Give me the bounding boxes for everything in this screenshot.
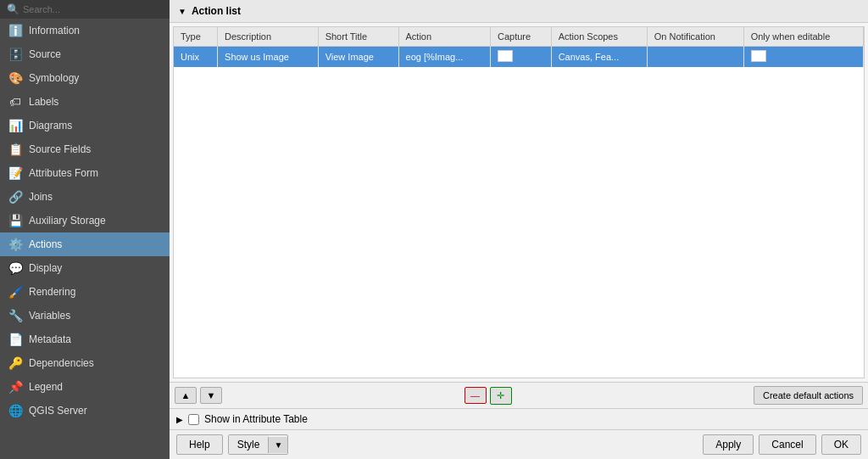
sidebar-item-information[interactable]: ℹ️ Information (0, 19, 170, 42)
col-header-description: Description (218, 27, 319, 47)
labels-icon: 🏷 (8, 95, 22, 109)
sidebar-label-auxiliary-storage: Auxiliary Storage (29, 215, 106, 227)
sidebar-label-legend: Legend (29, 381, 63, 393)
col-header-short-title: Short Title (318, 27, 398, 47)
sidebar-item-variables[interactable]: 🔧 Variables (0, 304, 170, 327)
display-icon: 💬 (8, 261, 22, 275)
legend-icon: 📌 (8, 380, 22, 394)
cell-capture[interactable] (490, 47, 551, 68)
action-list-title: Action list (192, 5, 241, 17)
qgis-server-icon: 🌐 (8, 404, 22, 417)
sidebar-label-source: Source (29, 48, 61, 60)
sidebar-label-labels: Labels (29, 96, 58, 108)
cell-action: eog [%Imag... (398, 47, 490, 68)
sidebar-item-labels[interactable]: 🏷 Labels (0, 90, 170, 114)
add-action-button[interactable]: ✛ (490, 387, 512, 405)
action-table: TypeDescriptionShort TitleActionCaptureA… (174, 27, 864, 67)
actions-icon: ⚙️ (8, 238, 22, 251)
cell-on-notification (647, 47, 743, 68)
sidebar-item-display[interactable]: 💬 Display (0, 256, 170, 280)
style-dropdown[interactable]: Style ▼ (228, 434, 289, 455)
rendering-icon: 🖌️ (8, 285, 22, 299)
search-input[interactable] (23, 4, 163, 14)
action-list-header: ▼ Action list (170, 0, 868, 23)
sidebar-item-diagrams[interactable]: 📊 Diagrams (0, 114, 170, 137)
sidebar-label-attributes-form: Attributes Form (29, 167, 98, 179)
sidebar: 🔍 ℹ️ Information 🗄️ Source 🎨 Symbology 🏷… (0, 0, 170, 459)
sidebar-label-variables: Variables (29, 310, 70, 322)
style-dropdown-arrow-icon[interactable]: ▼ (268, 437, 287, 453)
sidebar-label-diagrams: Diagrams (29, 120, 72, 132)
sidebar-item-auxiliary-storage[interactable]: 💾 Auxiliary Storage (0, 209, 170, 232)
sidebar-label-rendering: Rendering (29, 286, 75, 298)
ok-button[interactable]: OK (821, 434, 861, 455)
cell-action-scopes: Canvas, Fea... (551, 47, 647, 68)
sidebar-label-display: Display (29, 262, 62, 274)
sidebar-item-symbology[interactable]: 🎨 Symbology (0, 66, 170, 90)
variables-icon: 🔧 (8, 309, 22, 322)
col-header-action: Action (398, 27, 490, 47)
metadata-icon: 📄 (8, 333, 22, 346)
collapse-arrow-icon[interactable]: ▼ (178, 7, 186, 16)
sidebar-item-legend[interactable]: 📌 Legend (0, 375, 170, 399)
sidebar-label-actions: Actions (29, 238, 62, 250)
joins-icon: 🔗 (8, 190, 22, 204)
information-icon: ℹ️ (8, 24, 22, 37)
dependencies-icon: 🔑 (8, 356, 22, 370)
move-up-button[interactable]: ▲ (175, 387, 197, 404)
create-default-actions-button[interactable]: Create default actions (754, 386, 863, 405)
expand-arrow-icon[interactable]: ▶ (176, 415, 183, 424)
sidebar-search-container[interactable]: 🔍 (0, 0, 170, 19)
show-in-attribute-row: ▶ Show in Attribute Table (170, 408, 868, 429)
col-header-only-when-editable: Only when editable (743, 27, 863, 47)
source-icon: 🗄️ (8, 48, 22, 61)
sidebar-label-information: Information (29, 25, 80, 36)
search-icon: 🔍 (7, 3, 19, 15)
show-in-attribute-checkbox[interactable] (188, 414, 199, 425)
source-fields-icon: 📋 (8, 143, 22, 156)
attributes-form-icon: 📝 (8, 166, 22, 180)
sidebar-item-actions[interactable]: ⚙️ Actions (0, 232, 170, 256)
sidebar-item-rendering[interactable]: 🖌️ Rendering (0, 280, 170, 304)
col-header-on-notification: On Notification (647, 27, 743, 47)
cell-only-when-editable-checkbox[interactable] (751, 50, 766, 62)
cell-only-when-editable[interactable] (743, 47, 863, 68)
bottom-bar: Help Style ▼ Apply Cancel OK (170, 429, 868, 459)
sidebar-label-dependencies: Dependencies (29, 357, 94, 369)
move-down-button[interactable]: ▼ (200, 387, 222, 404)
sidebar-label-qgis-server: QGIS Server (29, 405, 87, 417)
help-button[interactable]: Help (176, 434, 223, 455)
sidebar-item-joins[interactable]: 🔗 Joins (0, 185, 170, 209)
sidebar-label-source-fields: Source Fields (29, 143, 91, 155)
sidebar-label-symbology: Symbology (29, 72, 79, 84)
action-toolbar: ▲ ▼ — ✛ Create default actions (170, 382, 868, 408)
auxiliary-storage-icon: 💾 (8, 214, 22, 227)
sidebar-label-joins: Joins (29, 191, 53, 203)
col-header-action-scopes: Action Scopes (551, 27, 647, 47)
diagrams-icon: 📊 (8, 119, 22, 132)
sidebar-label-metadata: Metadata (29, 333, 71, 345)
sidebar-item-attributes-form[interactable]: 📝 Attributes Form (0, 161, 170, 185)
apply-button[interactable]: Apply (703, 434, 754, 455)
content-area: ▼ Action list TypeDescriptionShort Title… (170, 0, 868, 459)
cell-short-title: View Image (318, 47, 398, 68)
sidebar-item-source-fields[interactable]: 📋 Source Fields (0, 137, 170, 161)
cell-type: Unix (174, 47, 218, 68)
sidebar-item-dependencies[interactable]: 🔑 Dependencies (0, 351, 170, 375)
sidebar-item-source[interactable]: 🗄️ Source (0, 42, 170, 66)
remove-action-button[interactable]: — (465, 387, 487, 404)
col-header-capture: Capture (490, 27, 551, 47)
style-label: Style (229, 435, 269, 454)
col-header-type: Type (174, 27, 218, 47)
action-table-container: TypeDescriptionShort TitleActionCaptureA… (173, 26, 865, 378)
cancel-button[interactable]: Cancel (759, 434, 815, 455)
sidebar-item-metadata[interactable]: 📄 Metadata (0, 327, 170, 351)
sidebar-item-qgis-server[interactable]: 🌐 QGIS Server (0, 399, 170, 423)
symbology-icon: 🎨 (8, 71, 22, 85)
cell-capture-checkbox[interactable] (498, 50, 513, 62)
show-in-attribute-label: Show in Attribute Table (204, 413, 308, 425)
table-row[interactable]: UnixShow us ImageView Imageeog [%Imag...… (174, 47, 864, 68)
cell-description: Show us Image (218, 47, 319, 68)
